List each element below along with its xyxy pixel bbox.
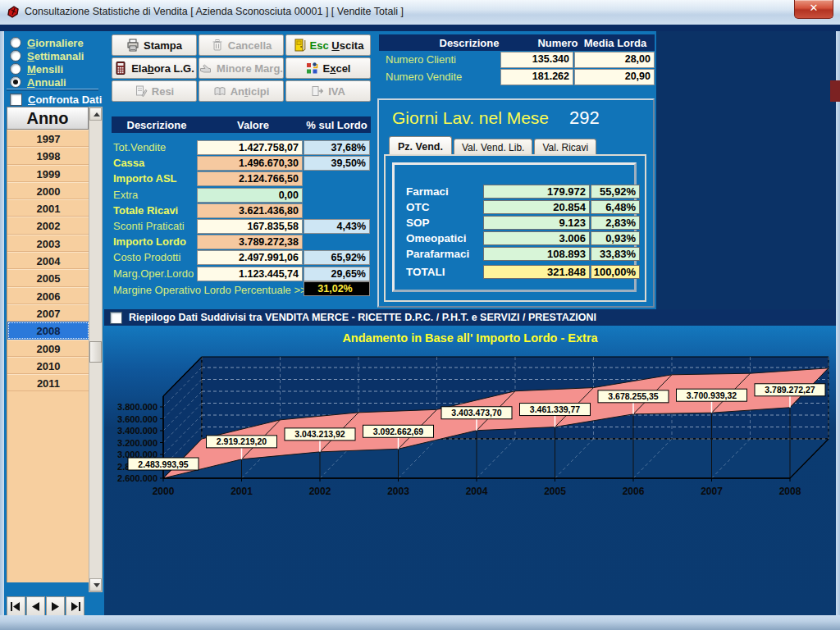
confronta-dati-checkbox[interactable] [10,94,22,106]
year-item-2011[interactable]: 2011 [7,374,89,391]
category-pct-cell: 0,93% [591,231,640,245]
button-label: Esc Uscita [310,39,364,52]
tab-val-ricavi[interactable]: Val. Ricavi [534,139,596,155]
year-item-2005[interactable]: 2005 [7,269,89,286]
year-item-2000[interactable]: 2000 [7,182,89,199]
stats-row-label: Importo ASL [113,172,177,185]
category-label: Farmaci [406,185,449,198]
summary-numero-cell: 181.262 [500,69,573,85]
tab-pz-vend[interactable]: Pz. Vend. [389,136,452,155]
data-point-label: 3.678.255,35 [608,391,658,401]
category-qty-cell: 20.854 [483,200,590,214]
sidebar-mode-mensili[interactable]: Mensili [10,62,63,75]
y-axis-tick-label: 3.600.000 [117,414,158,424]
stats-value-cell: 1.427.758,07 [197,140,303,155]
sidebar-mode-annuali[interactable]: Annuali [10,75,66,89]
year-item-2008[interactable]: 2008 [7,322,89,339]
radio-annuali[interactable] [10,76,21,88]
y-axis-tick-label: 2.600.000 [117,473,158,483]
data-point-label: 3.700.939,32 [687,390,737,400]
year-item-2006[interactable]: 2006 [7,287,89,304]
stats-pct-cell: 29,65% [304,267,370,281]
button-label: Elabora L.G. [131,62,194,75]
giorni-label: Giorni Lav. nel Mese [392,108,549,128]
stats-row-label: Cassa [113,157,144,169]
year-list-scrollbar[interactable] [89,107,103,592]
nav-prev-button[interactable] [26,596,45,617]
year-item-2010[interactable]: 2010 [7,357,89,374]
data-point-label: 3.043.213,92 [294,429,345,439]
stampa-button[interactable]: Stampa [112,34,197,56]
year-item-1998[interactable]: 1998 [7,147,89,164]
printer-icon [126,39,139,52]
confronta-dati-checkbox-row[interactable]: Confronta Dati [10,93,102,106]
scroll-thumb[interactable] [89,341,102,363]
doc-arrow-icon [311,84,324,98]
radio-settimanali[interactable] [10,50,21,62]
year-item-2001[interactable]: 2001 [7,199,89,217]
x-axis-year-label: 2000 [153,486,175,497]
chart-title: Andamento in Base all' Importo Lordo - E… [342,331,598,345]
giorni-panel: Giorni Lav. nel Mese 292 Pz. Vend.Val. V… [377,98,655,308]
window-border-right [836,31,840,615]
summary-table-header: Descrizione Numero Media Lorda [379,34,655,51]
radio-mensili[interactable] [10,63,21,75]
button-label: Excel [323,62,351,75]
iva-button: IVA [285,80,371,102]
sidebar-mode-giornaliere[interactable]: Giornaliere [10,36,84,49]
year-item-1999[interactable]: 1999 [7,165,89,182]
record-navigation [7,596,84,617]
doc-pencil-icon [135,84,148,98]
stats-footer-label: Margine Operativo Lordo Percentuale >> [113,284,307,296]
stats-pct-cell: 37,68% [304,140,370,155]
data-point-label: 3.403.473,70 [451,408,501,418]
button-label: Minore Marg. [217,62,283,75]
stats-header-valore: Valore [202,119,304,131]
sidebar-mode-settimanali[interactable]: Settimanali [10,49,84,62]
scroll-up-button[interactable] [89,107,102,121]
cancella-button: Cancella [199,34,284,56]
year-list: 1997199819992000200120022003200420052006… [7,130,89,582]
nav-next-button[interactable] [46,596,65,617]
tab-val-vend-lib[interactable]: Val. Vend. Lib. [454,139,533,155]
elabora-l-g-button[interactable]: Elabora L.G. [112,57,197,79]
year-item-2004[interactable]: 2004 [7,252,89,269]
nav-last-button[interactable] [66,596,84,617]
mode-label: Annuali [27,76,66,89]
data-point-label: 2.919.219,20 [217,436,267,446]
tab-strip: Pz. Vend.Val. Vend. Lib.Val. Ricavi [389,136,598,155]
stats-table-header: Descrizione Valore % sul Lordo [112,116,371,133]
stats-pct-cell: 65,92% [304,250,370,265]
category-qty-cell: 9.123 [483,216,590,230]
year-item-2003[interactable]: 2003 [7,235,89,252]
stats-value-cell: 3.621.436,80 [197,203,303,218]
radio-giornaliere[interactable] [10,37,21,48]
stats-header-pct-lordo: % sul Lordo [303,119,371,131]
nav-first-button[interactable] [7,596,25,617]
sidebar-divider [7,89,98,91]
uscita-button[interactable]: Esc Uscita [285,34,371,56]
category-qty-cell: 321.848 [483,265,590,279]
year-item-1997[interactable]: 1997 [7,130,89,147]
giorni-value: 292 [569,107,600,129]
year-item-2007[interactable]: 2007 [7,304,89,322]
riepilogo-label: Riepilogo Dati Suddivisi tra VENDITA MER… [129,312,596,323]
stats-value-cell: 0,00 [197,188,303,203]
importo-lordo-area-chart: Andamento in Base all' Importo Lordo - E… [105,326,835,505]
riepilogo-checkbox[interactable] [110,312,122,324]
y-axis-tick-label: 3.200.000 [117,438,158,448]
window-border-left [0,31,4,615]
button-label: IVA [328,85,345,98]
mode-label: Mensili [27,63,63,75]
summary-header-media-lorda: Media Lorda [576,37,655,49]
excel-button[interactable]: Excel [285,57,371,79]
stats-row-label: Importo Lordo [113,235,186,248]
close-button[interactable]: ✕ [794,0,833,19]
app-icon [7,5,21,19]
scroll-down-button[interactable] [89,578,102,591]
year-item-2009[interactable]: 2009 [7,340,89,357]
category-qty-cell: 3.006 [483,231,590,245]
mode-label: Giornaliere [27,37,84,49]
year-item-2002[interactable]: 2002 [7,217,89,234]
summary-numero-cell: 135.340 [500,52,573,68]
